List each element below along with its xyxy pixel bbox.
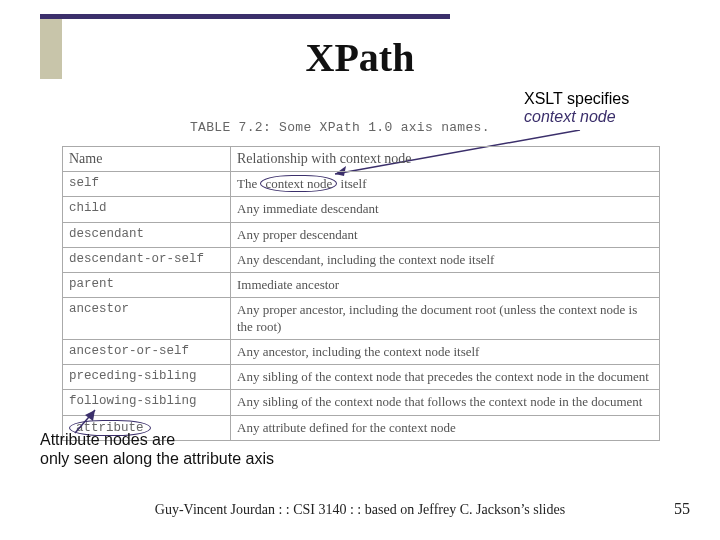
- decorative-topbar: [40, 14, 450, 19]
- axis-table: Name Relationship with context node self…: [62, 146, 660, 441]
- cell-rel: Any proper ancestor, including the docum…: [231, 298, 660, 340]
- table-row: self The context node itself: [63, 172, 660, 197]
- cell-rel: Any attribute defined for the context no…: [231, 415, 660, 440]
- table-caption: TABLE 7.2: Some XPath 1.0 axis names.: [190, 120, 490, 135]
- table-row: preceding-sibling Any sibling of the con…: [63, 365, 660, 390]
- cell-rel: Any descendant, including the context no…: [231, 247, 660, 272]
- cell-name: ancestor-or-self: [63, 339, 231, 364]
- cell-name: descendant: [63, 222, 231, 247]
- annotation-top-line1: XSLT specifies: [524, 90, 629, 108]
- col-header-rel: Relationship with context node: [231, 147, 660, 172]
- table-row: ancestor Any proper ancestor, including …: [63, 298, 660, 340]
- annotation-top-line2: context node: [524, 108, 629, 126]
- cell-name: parent: [63, 273, 231, 298]
- cell-rel: Any sibling of the context node that fol…: [231, 390, 660, 415]
- oval-context-node: context node: [260, 175, 337, 192]
- annotation-bottom-line2: only seen along the attribute axis: [40, 449, 274, 468]
- table-row: descendant-or-self Any descendant, inclu…: [63, 247, 660, 272]
- cell-rel: Any sibling of the context node that pre…: [231, 365, 660, 390]
- page-number: 55: [674, 500, 690, 518]
- table-row: following-sibling Any sibling of the con…: [63, 390, 660, 415]
- slide-title: XPath: [0, 34, 720, 81]
- cell-name: self: [63, 172, 231, 197]
- table-row: child Any immediate descendant: [63, 197, 660, 222]
- slide-footer: Guy-Vincent Jourdan : : CSI 3140 : : bas…: [0, 502, 720, 518]
- cell-name: following-sibling: [63, 390, 231, 415]
- annotation-top: XSLT specifies context node: [524, 90, 629, 127]
- cell-rel: Any immediate descendant: [231, 197, 660, 222]
- rel-text-pre: The: [237, 176, 260, 191]
- table-row: parent Immediate ancestor: [63, 273, 660, 298]
- annotation-bottom-line1: Attribute nodes are: [40, 430, 274, 449]
- cell-name: preceding-sibling: [63, 365, 231, 390]
- cell-rel: Immediate ancestor: [231, 273, 660, 298]
- cell-name: ancestor: [63, 298, 231, 340]
- cell-rel: Any ancestor, including the context node…: [231, 339, 660, 364]
- annotation-bottom: Attribute nodes are only seen along the …: [40, 430, 274, 468]
- table-row: ancestor-or-self Any ancestor, including…: [63, 339, 660, 364]
- cell-rel: The context node itself: [231, 172, 660, 197]
- rel-text-post: itself: [337, 176, 366, 191]
- cell-name: child: [63, 197, 231, 222]
- cell-rel: Any proper descendant: [231, 222, 660, 247]
- table-row: descendant Any proper descendant: [63, 222, 660, 247]
- table-header-row: Name Relationship with context node: [63, 147, 660, 172]
- cell-name: descendant-or-self: [63, 247, 231, 272]
- col-header-name: Name: [63, 147, 231, 172]
